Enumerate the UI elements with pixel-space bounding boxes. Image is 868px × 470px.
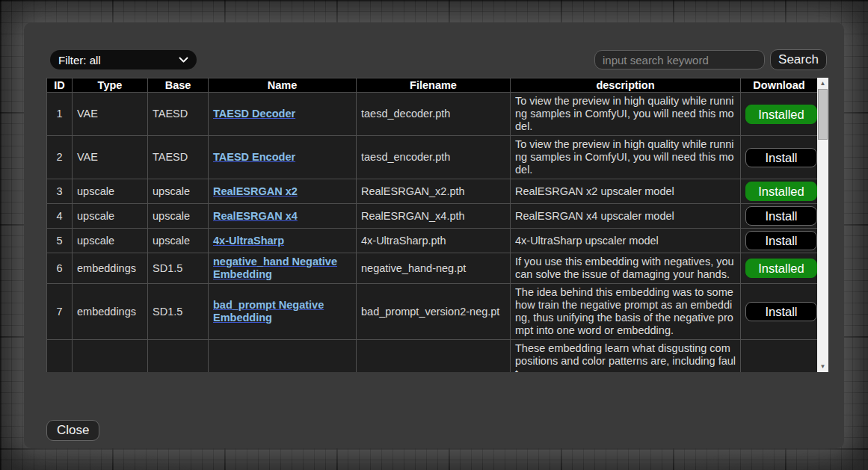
model-name-link[interactable]: 4x-UltraSharp — [213, 235, 284, 247]
filter-select-value: Filter: all — [58, 54, 101, 67]
model-name-link[interactable]: RealESRGAN x2 — [213, 185, 298, 197]
cell-description: To view the preview in high quality whil… — [511, 93, 741, 136]
cell-name — [209, 340, 357, 373]
cell-id: 3 — [47, 179, 73, 204]
cell-base: SD1.5 — [148, 284, 209, 340]
cell-name: TAESD Encoder — [209, 136, 357, 179]
column-header-name: Name — [209, 78, 357, 93]
table-row: 4upscaleupscaleRealESRGAN x4RealESRGAN_x… — [47, 204, 818, 229]
cell-type: embeddings — [73, 253, 148, 284]
install-button[interactable]: Install — [745, 148, 817, 167]
cell-type: upscale — [73, 179, 148, 204]
cell-id: 4 — [47, 204, 73, 229]
cell-download: Install — [741, 204, 818, 229]
cell-name: RealESRGAN x4 — [209, 204, 357, 229]
cell-download: Install — [741, 136, 818, 179]
cell-type: VAE — [73, 136, 148, 179]
close-button[interactable]: Close — [46, 420, 99, 441]
table-header-row: IDTypeBaseNameFilenamedescriptionDownloa… — [47, 78, 818, 93]
install-button[interactable]: Install — [745, 206, 817, 226]
cell-id: 5 — [47, 229, 73, 253]
cell-description: RealESRGAN x2 upscaler model — [511, 179, 741, 204]
cell-filename: 4x-UltraSharp.pth — [357, 229, 511, 253]
cell-filename: negative_hand-neg.pt — [357, 253, 511, 284]
table-scrollbar[interactable]: ▲ ▼ — [817, 78, 828, 372]
column-header-filename: Filename — [357, 78, 511, 93]
installed-button[interactable]: Installed — [745, 105, 817, 124]
cell-id: 7 — [47, 284, 73, 340]
cell-name: 4x-UltraSharp — [209, 229, 357, 253]
cell-base: upscale — [148, 204, 209, 229]
cell-id: 2 — [47, 136, 73, 179]
model-table: IDTypeBaseNameFilenamedescriptionDownloa… — [46, 78, 818, 372]
cell-name: TAESD Decoder — [209, 93, 357, 136]
cell-filename: bad_prompt_version2-neg.pt — [357, 284, 511, 340]
cell-download: Installed — [741, 253, 818, 284]
installed-button[interactable]: Installed — [745, 259, 817, 278]
cell-description: These embedding learn what disgusting co… — [511, 340, 741, 373]
cell-id: 1 — [47, 93, 73, 136]
cell-description: 4x-UltraSharp upscaler model — [511, 229, 741, 253]
filter-select[interactable]: Filter: all — [50, 50, 197, 69]
cell-filename: taesd_decoder.pth — [357, 93, 511, 136]
installed-button[interactable]: Installed — [745, 182, 817, 201]
search-button[interactable]: Search — [770, 49, 827, 70]
model-table-body: 1VAETAESDTAESD Decodertaesd_decoder.pthT… — [47, 93, 818, 373]
cell-download: Installed — [741, 93, 818, 136]
table-row: 1VAETAESDTAESD Decodertaesd_decoder.pthT… — [47, 93, 818, 136]
table-row: 2VAETAESDTAESD Encodertaesd_encoder.pthT… — [47, 136, 818, 179]
cell-description: To view the preview in high quality whil… — [511, 136, 741, 179]
cell-base: upscale — [148, 229, 209, 253]
cell-download: Installed — [741, 179, 818, 204]
install-button[interactable]: Install — [745, 231, 817, 250]
cell-filename: RealESRGAN_x4.pth — [357, 204, 511, 229]
scrollbar-thumb[interactable] — [818, 89, 828, 140]
cell-name: bad_prompt Negative Embedding — [209, 284, 357, 340]
cell-base: TAESD — [148, 136, 209, 179]
column-header-download: Download — [741, 78, 818, 93]
model-name-link[interactable]: negative_hand Negative Embedding — [213, 256, 337, 280]
cell-base: upscale — [148, 179, 209, 204]
model-table-container: IDTypeBaseNameFilenamedescriptionDownloa… — [46, 78, 828, 372]
cell-download: Install — [741, 284, 818, 340]
table-row: 7embeddingsSD1.5bad_prompt Negative Embe… — [47, 284, 818, 340]
comfyui-canvas: Filter: all Search IDTypeBaseNameFilenam… — [0, 0, 868, 470]
install-button[interactable]: Install — [745, 302, 817, 321]
column-header-type: Type — [73, 78, 148, 93]
cell-download: Install — [741, 229, 818, 253]
cell-base: SD1.5 — [148, 253, 209, 284]
model-manager-dialog: Filter: all Search IDTypeBaseNameFilenam… — [24, 22, 844, 448]
column-header-id: ID — [47, 78, 73, 93]
cell-name: RealESRGAN x2 — [209, 179, 357, 204]
cell-download — [741, 340, 818, 373]
column-header-description: description — [511, 78, 741, 93]
cell-type: upscale — [73, 229, 148, 253]
cell-id — [47, 340, 73, 373]
cell-filename: taesd_encoder.pth — [357, 136, 511, 179]
cell-type: embeddings — [73, 284, 148, 340]
table-row: 6embeddingsSD1.5negative_hand Negative E… — [47, 253, 818, 284]
cell-description: RealESRGAN x4 upscaler model — [511, 204, 741, 229]
cell-description: The idea behind this embedding was to so… — [511, 284, 741, 340]
cell-type: upscale — [73, 204, 148, 229]
cell-type — [73, 340, 148, 373]
chevron-down-icon — [179, 57, 188, 63]
cell-filename — [357, 340, 511, 373]
cell-filename: RealESRGAN_x2.pth — [357, 179, 511, 204]
model-name-link[interactable]: TAESD Decoder — [213, 108, 295, 120]
model-name-link[interactable]: bad_prompt Negative Embedding — [213, 299, 324, 324]
search-input[interactable] — [594, 50, 765, 69]
scrollbar-up-arrow-icon[interactable]: ▲ — [817, 78, 828, 89]
cell-description: If you use this embedding with negatives… — [511, 253, 741, 284]
model-name-link[interactable]: RealESRGAN x4 — [213, 210, 298, 222]
cell-base — [148, 340, 209, 373]
table-row: These embedding learn what disgusting co… — [47, 340, 818, 373]
cell-name: negative_hand Negative Embedding — [209, 253, 357, 284]
model-name-link[interactable]: TAESD Encoder — [213, 151, 295, 163]
cell-type: VAE — [73, 93, 148, 136]
scrollbar-down-arrow-icon[interactable]: ▼ — [817, 361, 828, 372]
table-row: 5upscaleupscale4x-UltraSharp4x-UltraShar… — [47, 229, 818, 253]
cell-id: 6 — [47, 253, 73, 284]
cell-base: TAESD — [148, 93, 209, 136]
column-header-base: Base — [148, 78, 209, 93]
